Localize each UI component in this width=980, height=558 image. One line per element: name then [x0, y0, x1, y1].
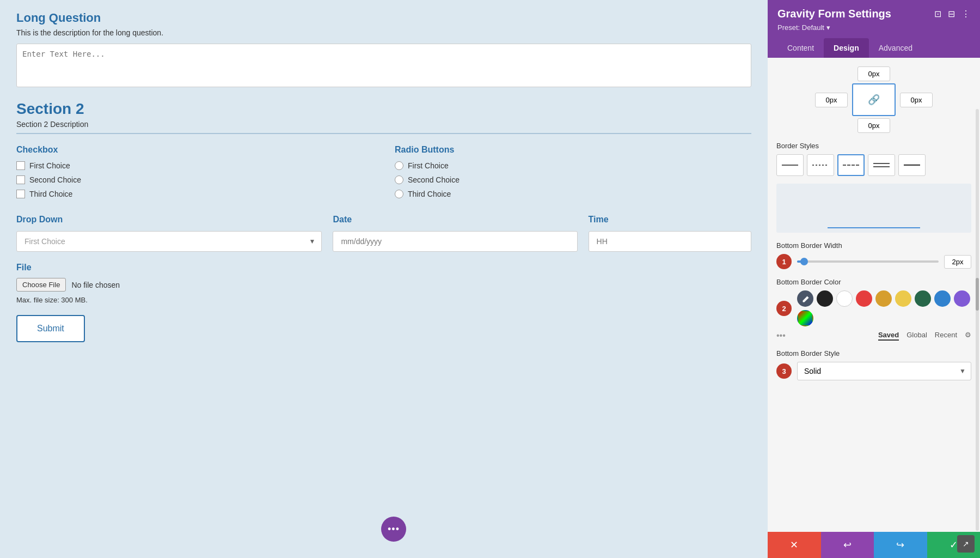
color-more-icon[interactable]: ••• — [776, 331, 786, 341]
main-content: Long Question This is the description fo… — [0, 0, 768, 558]
scroll-thumb[interactable] — [976, 278, 979, 311]
color-swatch-blue[interactable] — [934, 290, 951, 307]
color-tab-saved[interactable]: Saved — [878, 331, 899, 341]
checkbox-choice-1[interactable]: First Choice — [16, 161, 373, 170]
step-1-badge: 1 — [776, 254, 792, 269]
tab-design[interactable]: Design — [824, 38, 869, 58]
color-swatch-black[interactable] — [817, 290, 833, 307]
checkbox-input-3[interactable] — [16, 190, 25, 198]
cancel-button[interactable]: ✕ — [768, 532, 821, 558]
color-swatch-white[interactable] — [836, 290, 853, 307]
color-swatches-row — [797, 290, 971, 326]
color-swatch-custom[interactable] — [797, 310, 813, 326]
date-group: Date — [333, 215, 577, 252]
corner-resize-icon[interactable]: ↗ — [957, 535, 975, 553]
file-size-text: Max. file size: 300 MB. — [16, 296, 751, 304]
color-tab-global[interactable]: Global — [906, 331, 927, 341]
panel-fullscreen-icon[interactable]: ⊡ — [934, 9, 941, 19]
radio-input-3[interactable] — [395, 190, 403, 198]
panel-header-icons: ⊡ ⊟ ⋮ — [934, 9, 970, 19]
panel-tabs: Content Design Advanced — [777, 38, 970, 58]
color-tabs-row: ••• Saved Global Recent ⚙ — [776, 331, 971, 341]
border-style-solid-btn[interactable] — [776, 154, 804, 176]
padding-top-input[interactable] — [857, 66, 890, 81]
checkbox-input-2[interactable] — [16, 175, 25, 184]
radio-choice-3[interactable]: Third Choice — [395, 190, 751, 198]
color-swatch-orange[interactable] — [875, 290, 892, 307]
bottom-border-style-select[interactable]: Solid Dotted Dashed Double Groove — [797, 362, 971, 380]
panel-body: 🔗 Border Styles — [768, 58, 980, 532]
checkbox-choice-3[interactable]: Third Choice — [16, 190, 373, 198]
bottom-border-width-label: Bottom Border Width — [776, 241, 971, 250]
panel-layout-icon[interactable]: ⊟ — [948, 9, 955, 19]
radio-input-2[interactable] — [395, 175, 403, 184]
bottom-border-style-wrapper: Solid Dotted Dashed Double Groove ▼ — [797, 362, 971, 380]
panel-footer: ✕ ↩ ↪ ✓ — [768, 532, 980, 558]
padding-right-input[interactable] — [900, 93, 933, 107]
long-question-textarea[interactable] — [16, 44, 751, 87]
color-swatch-yellow[interactable] — [895, 290, 911, 307]
scrollbar[interactable] — [976, 109, 979, 531]
bottom-border-width-row: 1 — [776, 254, 971, 269]
dropdown-label: Drop Down — [16, 215, 322, 225]
dropdown-select[interactable]: First Choice Second Choice Third Choice — [16, 231, 322, 252]
padding-box-section: 🔗 — [776, 66, 971, 133]
radio-choice-1[interactable]: First Choice — [395, 161, 751, 170]
checkbox-group: Checkbox First Choice Second Choice Thir… — [16, 145, 373, 204]
color-swatch-green[interactable] — [915, 290, 931, 307]
step-2-badge: 2 — [776, 301, 792, 316]
checkbox-input-1[interactable] — [16, 161, 25, 170]
radio-group: Radio Buttons First Choice Second Choice… — [395, 145, 751, 204]
tab-content[interactable]: Content — [777, 38, 824, 58]
section-2-header: Section 2 Section 2 Description — [16, 100, 751, 134]
date-input[interactable] — [333, 231, 577, 252]
choose-file-button[interactable]: Choose File — [16, 278, 66, 292]
bottom-border-width-value[interactable] — [944, 255, 971, 269]
padding-left-input[interactable] — [815, 93, 848, 107]
color-settings-icon[interactable]: ⚙ — [965, 331, 971, 341]
bottom-border-width-slider[interactable] — [797, 260, 939, 263]
border-preview-area — [776, 184, 971, 233]
panel-header: Gravity Form Settings ⊡ ⊟ ⋮ Preset: Defa… — [768, 0, 980, 58]
radio-choice-2-label: Second Choice — [408, 175, 460, 184]
right-panel: Gravity Form Settings ⊡ ⊟ ⋮ Preset: Defa… — [768, 0, 980, 558]
floating-dots-button[interactable]: ••• — [381, 517, 406, 542]
panel-preset[interactable]: Preset: Default ▾ — [777, 23, 970, 32]
panel-menu-icon[interactable]: ⋮ — [961, 9, 970, 19]
border-style-groove-btn[interactable] — [898, 154, 926, 176]
cancel-icon: ✕ — [790, 539, 798, 551]
color-swatch-pencil[interactable] — [797, 290, 813, 307]
color-swatch-red[interactable] — [856, 290, 872, 307]
border-style-double-btn[interactable] — [868, 154, 895, 176]
border-style-dashed-btn[interactable] — [837, 154, 865, 176]
border-styles-row — [776, 154, 971, 176]
file-label: File — [16, 263, 751, 272]
radio-choice-3-label: Third Choice — [408, 190, 451, 198]
color-tab-recent[interactable]: Recent — [935, 331, 957, 341]
time-input[interactable] — [589, 231, 751, 252]
radio-label: Radio Buttons — [395, 145, 751, 155]
redo-icon: ↪ — [896, 539, 904, 551]
undo-button[interactable]: ↩ — [821, 532, 874, 558]
panel-header-top: Gravity Form Settings ⊡ ⊟ ⋮ — [777, 8, 970, 20]
time-group: Time — [589, 215, 751, 252]
radio-input-1[interactable] — [395, 161, 403, 170]
bottom-border-width-section: Bottom Border Width 1 — [776, 241, 971, 269]
tab-advanced[interactable]: Advanced — [869, 38, 922, 58]
padding-link-icon[interactable]: 🔗 — [868, 94, 880, 106]
undo-icon: ↩ — [843, 539, 852, 551]
radio-choice-2[interactable]: Second Choice — [395, 175, 751, 184]
long-question-section: Long Question This is the description fo… — [16, 11, 751, 89]
section-2-description: Section 2 Description — [16, 120, 751, 129]
padding-bottom-input[interactable] — [857, 118, 890, 133]
file-row: Choose File No file chosen — [16, 278, 751, 292]
checkbox-choice-2[interactable]: Second Choice — [16, 175, 373, 184]
border-style-dotted-btn[interactable] — [807, 154, 834, 176]
step-3-badge: 3 — [776, 363, 792, 379]
color-swatch-purple[interactable] — [954, 290, 970, 307]
border-styles-section: Border Styles — [776, 142, 971, 176]
redo-button[interactable]: ↪ — [874, 532, 927, 558]
submit-button[interactable]: Submit — [16, 315, 85, 342]
section-2-title: Section 2 — [16, 100, 751, 118]
submit-section: Submit — [16, 315, 751, 342]
